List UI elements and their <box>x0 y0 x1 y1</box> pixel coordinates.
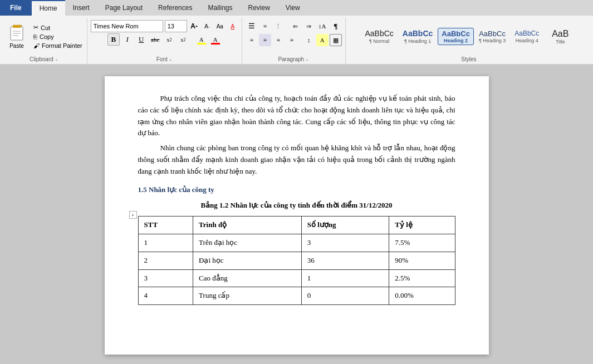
data-table: STTTrình độSố lượngTỷ lệ 1Trên đại học37… <box>138 216 455 305</box>
italic-button[interactable]: I <box>121 33 134 46</box>
increase-indent-button[interactable]: ⇒ <box>303 20 315 32</box>
table-cell-1-2: 36 <box>301 252 389 269</box>
table-cell-2-1: Cao đẳng <box>193 269 302 287</box>
sort-button[interactable]: ↕A <box>316 20 329 32</box>
table-wrapper: + Bảng 1.2 Nhân lực của công ty tính đến… <box>138 200 455 305</box>
styles-group: AaBbCc ¶ Normal AaBbCc ¶ Heading 1 AaBbC… <box>346 18 592 64</box>
clipboard-group-label: Clipboard <box>30 56 53 62</box>
grow-font-button[interactable]: A+ <box>189 21 200 32</box>
style-title[interactable]: AaB Title <box>544 27 576 46</box>
table-header-cell-2: Số lượng <box>301 217 389 234</box>
decrease-indent-button[interactable]: ⇐ <box>290 20 302 32</box>
multilevel-list-button[interactable]: ⋮ <box>272 20 285 32</box>
paragraph-group: ☰ ≡ ⋮ ⇐ ⇒ ↕A ¶ ≡ ≡ ≡ ≡ ↕ A ▦ <box>242 18 346 64</box>
tab-view[interactable]: View <box>278 0 308 16</box>
style-heading2[interactable]: AaBbCc Heading 2 <box>438 28 474 46</box>
table-cell-1-1: Đại học <box>193 252 302 269</box>
show-formatting-button[interactable]: ¶ <box>330 20 342 32</box>
paragraph-2: Nhìn chung các phòng ban trong công ty c… <box>138 142 455 177</box>
tab-bar: File Home Insert Page Layout References … <box>0 0 593 16</box>
tab-home[interactable]: Home <box>32 0 65 16</box>
style-heading1[interactable]: AaBbCc ¶ Heading 1 <box>399 27 437 46</box>
tab-insert[interactable]: Insert <box>65 0 97 16</box>
font-expand-icon[interactable]: ⌄ <box>169 57 173 62</box>
font-size-select[interactable] <box>165 20 187 32</box>
table-cell-2-2: 1 <box>301 269 389 287</box>
align-left-button[interactable]: ≡ <box>246 34 258 46</box>
styles-group-label: Styles <box>461 56 476 62</box>
svg-rect-2 <box>13 25 21 28</box>
table-row-2: 3Cao đẳng12.5% <box>138 269 455 287</box>
tab-mailings[interactable]: Mailings <box>200 0 240 16</box>
change-case-button[interactable]: Aa <box>214 21 226 32</box>
copy-icon: ⎘ <box>33 33 37 40</box>
table-cell-1-3: 90% <box>389 252 455 269</box>
paragraph-1: Phụ trách công việc thu chi của công ty,… <box>138 93 455 139</box>
justify-button[interactable]: ≡ <box>286 34 298 46</box>
ribbon: Paste ✂ Cut ⎘ Copy 🖌 Format Painter <box>0 16 593 65</box>
text-highlight-button[interactable]: A <box>195 33 208 46</box>
subscript-button[interactable]: x2 <box>163 33 175 46</box>
align-right-button[interactable]: ≡ <box>272 34 285 46</box>
document-area: Phụ trách công việc thu chi của công ty,… <box>0 65 593 364</box>
table-cell-2-3: 2.5% <box>389 269 455 287</box>
paragraph-expand-icon[interactable]: ⌄ <box>305 57 309 62</box>
table-cell-2-0: 3 <box>138 269 193 287</box>
style-heading3[interactable]: AaBbCc ¶ Heading 3 <box>475 28 509 46</box>
table-cell-3-0: 4 <box>138 287 193 305</box>
shrink-font-button[interactable]: A- <box>202 21 213 32</box>
style-normal[interactable]: AaBbCc ¶ Normal <box>361 27 397 46</box>
shading-button[interactable]: A <box>316 34 329 46</box>
numbering-button[interactable]: ≡ <box>259 20 271 32</box>
superscript-button[interactable]: x2 <box>177 33 189 46</box>
table-handle[interactable]: + <box>129 211 137 219</box>
document-page[interactable]: Phụ trách công việc thu chi của công ty,… <box>105 76 489 355</box>
table-header-cell-0: STT <box>138 217 193 234</box>
tab-page-layout[interactable]: Page Layout <box>97 0 150 16</box>
clipboard-actions: ✂ Cut ⎘ Copy 🖌 Format Painter <box>31 18 85 55</box>
bullets-button[interactable]: ☰ <box>246 20 258 32</box>
font-name-select[interactable] <box>91 20 163 32</box>
table-row-3: 4Trung cấp00.00% <box>138 287 455 305</box>
table-cell-0-2: 3 <box>301 234 389 252</box>
tab-file[interactable]: File <box>0 0 32 16</box>
table-row-0: 1Trên đại học37.5% <box>138 234 455 252</box>
line-spacing-button[interactable]: ↕ <box>303 34 315 46</box>
table-cell-0-1: Trên đại học <box>193 234 302 252</box>
heading-1-5: 1.5 Nhân lực của công ty <box>138 184 455 196</box>
table-cell-3-1: Trung cấp <box>193 287 302 305</box>
font-color-button[interactable]: A <box>209 33 222 46</box>
table-header-cell-3: Tỷ lệ <box>389 217 455 234</box>
copy-button[interactable]: ⎘ Copy <box>31 33 85 41</box>
paste-button[interactable]: Paste <box>3 18 30 55</box>
font-group: A+ A- Aa A B I U abc x2 x2 A <box>87 18 242 64</box>
table-header-cell-1: Trình độ <box>193 217 302 234</box>
clear-format-button[interactable]: A <box>227 21 238 32</box>
bold-button[interactable]: B <box>107 33 120 46</box>
tab-references[interactable]: References <box>150 0 200 16</box>
paste-label: Paste <box>9 43 24 49</box>
clipboard-expand-icon[interactable]: ⌄ <box>55 57 58 62</box>
table-body: 1Trên đại học37.5%2Đại học3690%3Cao đẳng… <box>138 234 455 304</box>
table-cell-0-3: 7.5% <box>389 234 455 252</box>
table-cell-0-0: 1 <box>138 234 193 252</box>
paste-icon <box>8 24 26 42</box>
align-center-button[interactable]: ≡ <box>259 34 271 46</box>
table-cell-3-2: 0 <box>301 287 389 305</box>
format-painter-icon: 🖌 <box>33 42 40 49</box>
tab-review[interactable]: Review <box>240 0 277 16</box>
format-painter-button[interactable]: 🖌 Format Painter <box>31 42 85 50</box>
clipboard-group: Paste ✂ Cut ⎘ Copy 🖌 Format Painter <box>1 18 87 64</box>
table-header-row: STTTrình độSố lượngTỷ lệ <box>138 217 455 234</box>
paragraph-group-label: Paragraph <box>278 56 304 62</box>
borders-button[interactable]: ▦ <box>330 34 342 46</box>
underline-button[interactable]: U <box>135 33 148 46</box>
table-cell-3-3: 0.00% <box>389 287 455 305</box>
cut-button[interactable]: ✂ Cut <box>31 23 85 32</box>
table-cell-1-0: 2 <box>138 252 193 269</box>
table-row-1: 2Đại học3690% <box>138 252 455 269</box>
style-heading4[interactable]: AaBbCc Heading 4 <box>511 28 543 45</box>
font-group-label: Font <box>156 56 168 62</box>
cut-icon: ✂ <box>33 24 38 31</box>
strikethrough-button[interactable]: abc <box>149 33 161 46</box>
